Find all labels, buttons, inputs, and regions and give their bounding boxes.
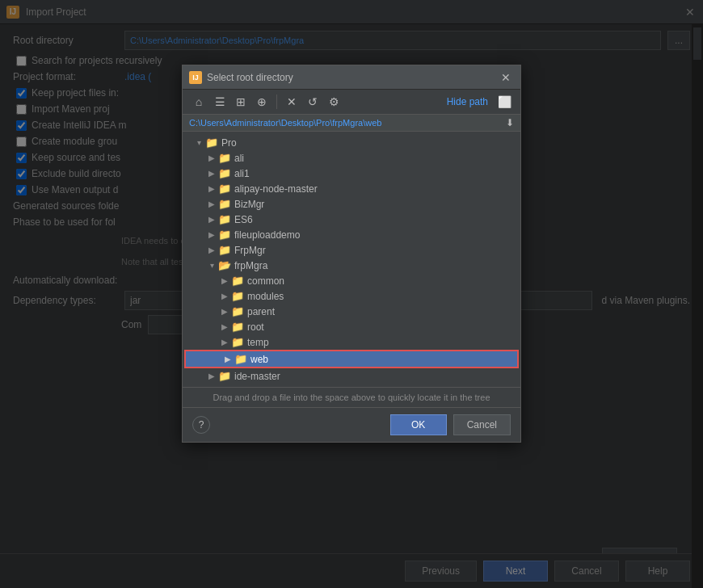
dialog-footer: ? OK Cancel [183, 407, 520, 442]
drag-drop-hint: Drag and drop a file into the space abov… [183, 387, 520, 407]
folder-icon-web: 📁 [234, 353, 247, 365]
tree-item-es6[interactable]: ▶ 📁 ES6 [183, 212, 520, 227]
tree-arrow-temp: ▶ [218, 338, 231, 346]
dialog-overlay: IJ Select root directory ✕ ⌂ ☰ ⊞ ⊕ ✕ ↺ ⚙… [0, 0, 703, 588]
dialog-ok-button[interactable]: OK [390, 414, 447, 435]
tree-item-common-label: common [247, 275, 284, 287]
tree-item-common[interactable]: ▶ 📁 common [183, 273, 520, 288]
dialog-close-button[interactable]: ✕ [498, 71, 514, 84]
tree-arrow-web: ▶ [221, 355, 234, 363]
path-input[interactable] [189, 118, 503, 128]
file-tree[interactable]: ▾ 📁 Pro ▶ 📁 ali ▶ 📁 ali1 [183, 132, 520, 387]
download-icon: ⬇ [506, 117, 514, 128]
settings-toolbar-btn[interactable]: ⚙ [324, 93, 343, 111]
folder-icon-ide-master: 📁 [218, 370, 231, 382]
path-bar: ⬇ [183, 115, 520, 132]
folder-icon-frpmgr: 📁 [218, 244, 231, 256]
hide-path-button[interactable]: Hide path [442, 94, 493, 109]
tree-item-ide-master-label: ide-master [234, 371, 280, 382]
refresh-toolbar-btn[interactable]: ↺ [303, 93, 322, 111]
tree-item-ali1-label: ali1 [234, 168, 250, 179]
tree-arrow-ide-master: ▶ [205, 372, 218, 380]
dialog-icon: IJ [189, 71, 202, 84]
tree-item-fileupload[interactable]: ▶ 📁 fileuploaddemo [183, 227, 520, 242]
tree-item-frpmgra[interactable]: ▾ 📂 frpMgra [183, 258, 520, 273]
tree-arrow-ali1: ▶ [205, 169, 218, 178]
tree-item-frpmgra-label: frpMgra [234, 260, 267, 271]
toolbar-separator-1 [276, 94, 277, 109]
folder-open-icon-pro: 📁 [205, 136, 218, 149]
bookmark-toolbar-btn[interactable]: ⊕ [252, 93, 272, 111]
tree-item-root[interactable]: ▶ 📁 root [183, 319, 520, 334]
dialog-title-bar: IJ Select root directory ✕ [183, 65, 520, 90]
folder-icon-fileupload: 📁 [218, 229, 231, 241]
tree-item-web[interactable]: ▶ 📁 web [184, 350, 519, 368]
folder-icon-ali: 📁 [218, 152, 231, 164]
tree-arrow-pro: ▾ [192, 138, 205, 147]
folder-icon-es6: 📁 [218, 213, 231, 225]
tree-item-frpmgr[interactable]: ▶ 📁 FrpMgr [183, 242, 520, 258]
folder-open-icon-frpmgra: 📂 [218, 259, 231, 271]
dialog-cancel-button[interactable]: Cancel [453, 414, 511, 435]
tree-item-web-label: web [250, 354, 268, 365]
folder-icon-bizmgr: 📁 [218, 198, 231, 210]
dialog-title: Select root directory [207, 72, 498, 83]
tree-item-es6-label: ES6 [234, 214, 253, 225]
tree-item-modules[interactable]: ▶ 📁 modules [183, 288, 520, 304]
main-window: IJ Import Project ✕ Root directory ... S… [0, 0, 703, 588]
tree-item-ali[interactable]: ▶ 📁 ali [183, 150, 520, 166]
delete-toolbar-btn[interactable]: ✕ [282, 93, 301, 111]
tree-arrow-parent: ▶ [218, 307, 231, 316]
tree-item-bizmgr-label: BizMgr [234, 199, 264, 210]
tree-arrow-frpmgra: ▾ [205, 261, 218, 270]
folder-icon-alipay: 📁 [218, 183, 231, 195]
list-toolbar-btn[interactable]: ☰ [210, 93, 229, 111]
tree-item-frpmgr-label: FrpMgr [234, 245, 266, 256]
tree-item-ali-label: ali [234, 153, 244, 164]
tree-item-root-label: root [247, 321, 264, 333]
tree-item-modules-label: modules [247, 291, 284, 302]
tree-item-fileupload-label: fileuploaddemo [234, 229, 300, 241]
tree-item-alipay[interactable]: ▶ 📁 alipay-node-master [183, 181, 520, 196]
folder-icon-modules: 📁 [231, 290, 244, 302]
tree-arrow-common: ▶ [218, 276, 231, 285]
tree-item-alipay-label: alipay-node-master [234, 183, 318, 195]
grid-toolbar-btn[interactable]: ⊞ [231, 93, 250, 111]
tree-item-parent[interactable]: ▶ 📁 parent [183, 304, 520, 319]
tree-item-pro-label: Pro [221, 137, 237, 149]
dialog-help-button[interactable]: ? [192, 416, 210, 434]
folder-icon-temp: 📁 [231, 336, 244, 348]
folder-icon-ali1: 📁 [218, 167, 231, 179]
tree-item-ali1[interactable]: ▶ 📁 ali1 [183, 166, 520, 181]
tree-item-parent-label: parent [247, 306, 275, 317]
tree-arrow-fileupload: ▶ [205, 230, 218, 239]
select-root-dialog: IJ Select root directory ✕ ⌂ ☰ ⊞ ⊕ ✕ ↺ ⚙… [182, 65, 521, 443]
tree-item-ide-master[interactable]: ▶ 📁 ide-master [183, 368, 520, 384]
home-toolbar-btn[interactable]: ⌂ [189, 93, 208, 111]
folder-icon-root: 📁 [231, 321, 244, 333]
tree-item-temp-label: temp [247, 337, 269, 348]
tree-arrow-bizmgr: ▶ [205, 200, 218, 208]
folder-icon-parent: 📁 [231, 305, 244, 317]
tree-item-pro[interactable]: ▾ 📁 Pro [183, 135, 520, 150]
folder-icon-common: 📁 [231, 275, 244, 287]
tree-item-temp[interactable]: ▶ 📁 temp [183, 334, 520, 350]
tree-arrow-root: ▶ [218, 322, 231, 331]
dialog-toolbar: ⌂ ☰ ⊞ ⊕ ✕ ↺ ⚙ Hide path ⬜ [183, 90, 520, 115]
tree-item-bizmgr[interactable]: ▶ 📁 BizMgr [183, 196, 520, 212]
tree-arrow-es6: ▶ [205, 215, 218, 224]
tree-arrow-alipay: ▶ [205, 184, 218, 193]
collapse-toolbar-btn[interactable]: ⬜ [495, 93, 514, 111]
tree-arrow-frpmgr: ▶ [205, 246, 218, 254]
tree-arrow-modules: ▶ [218, 292, 231, 300]
tree-arrow-ali: ▶ [205, 153, 218, 162]
